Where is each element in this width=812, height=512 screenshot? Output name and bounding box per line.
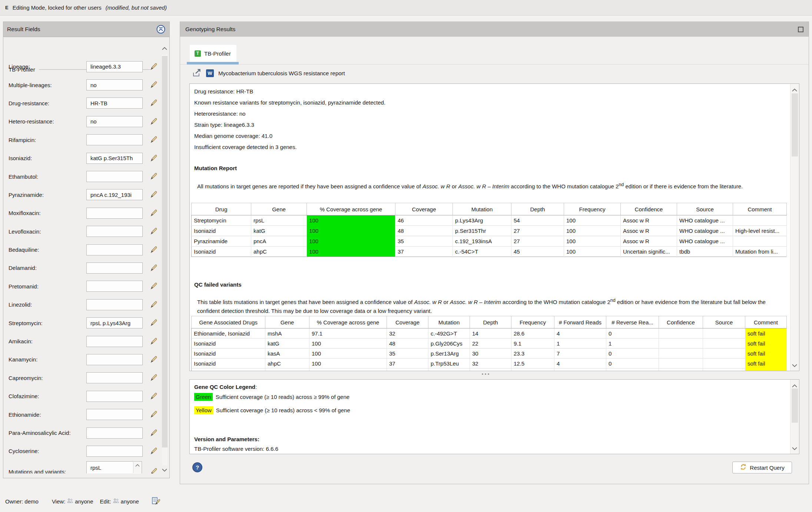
maximize-button[interactable] [798, 27, 803, 32]
field-value-input[interactable] [86, 427, 143, 439]
cell-source: tbdb [677, 247, 733, 257]
restart-query-button[interactable]: Restart Query [732, 462, 792, 473]
cell-comment [733, 236, 787, 247]
field-value-input[interactable] [86, 189, 143, 200]
edit-field-button[interactable] [149, 319, 158, 327]
field-value-input[interactable] [86, 372, 143, 383]
result-field-row: Amikacin: [4, 332, 160, 350]
edit-permissions-button[interactable] [152, 497, 160, 506]
cell-coverage: 48 [387, 338, 428, 349]
edit-value: anyone [121, 498, 139, 505]
report-title-row: W Mycobacterium tuberculosis WGS resista… [192, 67, 345, 79]
field-value-input[interactable] [86, 98, 143, 109]
chevron-down-icon[interactable] [792, 362, 797, 368]
cell-depth: 32 [470, 359, 511, 369]
edit-field-button[interactable] [149, 118, 158, 126]
edit-field-button[interactable] [149, 468, 158, 473]
scrollbar-thumb[interactable] [162, 56, 168, 447]
field-label: Cycloserine: [9, 448, 39, 454]
result-field-row: Delamanid: [4, 259, 160, 277]
tb-profiler-tab-icon: T [195, 50, 201, 57]
edit-field-button[interactable] [149, 246, 158, 254]
result-fields-header: Result Fields [3, 22, 169, 37]
chevron-down-icon[interactable] [162, 466, 167, 473]
result-fields-scrollbar[interactable] [161, 45, 169, 473]
edit-field-button[interactable] [149, 410, 158, 419]
edit-field-button[interactable] [149, 172, 158, 181]
summary-line: Insufficient coverage detected in 3 gene… [194, 142, 385, 153]
chevron-up-icon[interactable] [162, 45, 167, 51]
chevron-up-icon[interactable] [792, 382, 797, 389]
field-value-input[interactable] [86, 226, 143, 237]
cell-forward-reads: 4 [554, 359, 606, 369]
legend-scrollbar[interactable] [790, 380, 799, 454]
edit-field-button[interactable] [149, 447, 158, 455]
report-scrollbar[interactable] [790, 84, 799, 371]
field-value-input[interactable] [86, 153, 143, 164]
mutations-variants-input[interactable]: rpsL p.Lys43Arg: [86, 461, 142, 473]
qc-failed-table: Gene Associated DrugsGene% Coverage acro… [191, 316, 787, 371]
active-tab-underline [187, 62, 239, 65]
yellow-swatch: Yellow [194, 406, 213, 414]
edit-field-button[interactable] [149, 429, 158, 437]
cell-comment: soft fail [745, 338, 787, 349]
collapse-all-button[interactable] [156, 24, 166, 34]
field-value-input[interactable] [86, 446, 143, 457]
cell-comment: Mutation from li... [733, 247, 787, 257]
cell-source [703, 349, 745, 359]
qc-table-row: Ethambutol embC 100 39 p.Thr270Ile 35 10… [192, 369, 787, 371]
qc-table-row: Ethionamide, Isoniazid mshA 97.1 32 c.-4… [192, 328, 787, 338]
field-value-input[interactable] [86, 79, 143, 90]
panel-splitter-handle[interactable] [467, 372, 504, 376]
edit-field-button[interactable] [149, 227, 158, 235]
chevron-up-icon[interactable] [792, 86, 797, 93]
edit-field-button[interactable] [149, 392, 158, 400]
field-value-input[interactable] [86, 336, 143, 347]
scrollbar-thumb[interactable] [792, 93, 798, 156]
edit-field-button[interactable] [149, 282, 158, 290]
column-header: Depth [511, 203, 564, 215]
edit-field-button[interactable] [149, 99, 158, 107]
field-scroll-up-button[interactable] [133, 462, 141, 473]
field-value-input[interactable] [86, 208, 143, 219]
collapse-all-icon [156, 30, 166, 35]
column-header: Comment [745, 316, 787, 328]
help-button[interactable]: ? [192, 462, 202, 472]
edit-field-button[interactable] [149, 301, 158, 309]
desc-text: or [450, 183, 458, 189]
mode-bar: E Editing Mode, locked for other users (… [0, 0, 812, 16]
edit-field-button[interactable] [149, 356, 158, 364]
edit-field-button[interactable] [149, 264, 158, 272]
edit-field-button[interactable] [149, 337, 158, 346]
field-value-input[interactable] [86, 391, 143, 402]
edit-permission: Edit: anyone [100, 498, 139, 505]
edit-field-button[interactable] [149, 136, 158, 144]
scrollbar-thumb[interactable] [792, 389, 798, 423]
field-value-input[interactable] [86, 244, 143, 255]
field-value-input[interactable] [86, 354, 143, 365]
field-value-input[interactable] [86, 171, 143, 182]
chevron-down-icon[interactable] [792, 445, 797, 451]
tab-tb-profiler[interactable]: T TB-Profiler [190, 45, 236, 62]
scrollbar-track[interactable] [162, 54, 168, 465]
field-value-input[interactable] [86, 61, 143, 72]
field-value-input[interactable] [86, 317, 143, 328]
field-value-input[interactable] [86, 262, 143, 274]
field-label: Mutations and variants: [9, 469, 66, 473]
open-external-button[interactable] [192, 69, 202, 77]
pencil-icon [149, 85, 158, 90]
field-value-input[interactable] [86, 409, 143, 420]
edit-field-button[interactable] [149, 209, 158, 217]
edit-field-button[interactable] [149, 63, 158, 71]
pencil-icon [149, 194, 158, 200]
cell-mutation: p.Gly206Cys [428, 338, 470, 349]
cell-coverage: 39 [387, 369, 428, 371]
field-value-input[interactable] [86, 134, 143, 145]
field-value-input[interactable] [86, 281, 143, 292]
edit-field-button[interactable] [149, 191, 158, 199]
edit-field-button[interactable] [149, 154, 158, 162]
field-value-input[interactable] [86, 299, 143, 310]
edit-field-button[interactable] [149, 374, 158, 382]
field-value-input[interactable] [86, 116, 143, 127]
edit-field-button[interactable] [149, 81, 158, 89]
